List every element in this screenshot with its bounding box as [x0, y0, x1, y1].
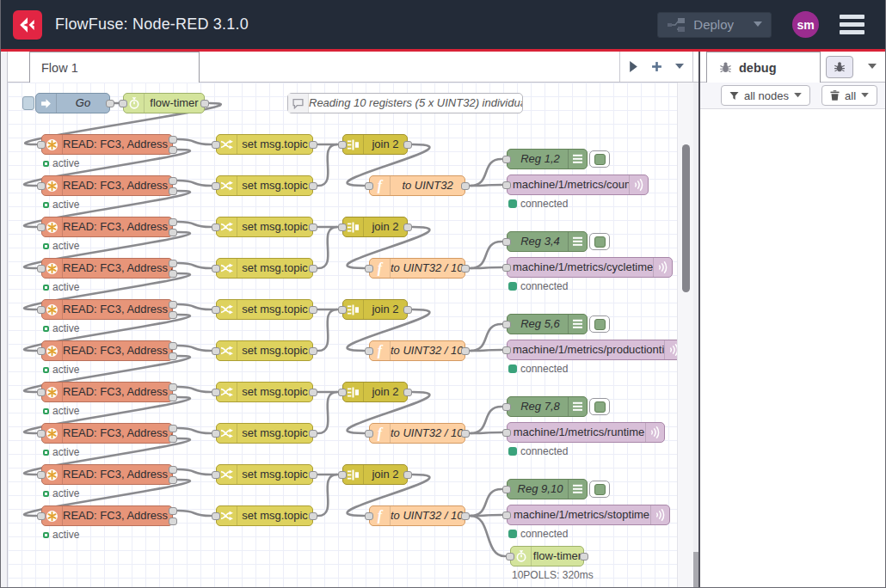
- node-read5[interactable]: READ: FC3, Address 5: [41, 299, 173, 320]
- output-port[interactable]: [309, 430, 317, 438]
- output-port-1[interactable]: [169, 466, 177, 474]
- flow-menu-caret-icon[interactable]: [675, 64, 684, 70]
- node-timer2[interactable]: flow-timer: [510, 546, 584, 567]
- canvas-scrollbar[interactable]: [677, 83, 693, 588]
- node-read7[interactable]: READ: FC3, Address 7: [41, 382, 173, 402]
- node-func2[interactable]: fto UINT32 / 100: [369, 258, 465, 279]
- tab-debug[interactable]: debug: [706, 52, 821, 83]
- output-port-1[interactable]: [169, 260, 177, 267]
- input-port[interactable]: [212, 430, 220, 438]
- input-port[interactable]: [338, 306, 347, 314]
- wire[interactable]: [318, 475, 337, 516]
- wire[interactable]: [318, 227, 337, 268]
- node-change8[interactable]: set msg.topic: [216, 423, 313, 444]
- wire[interactable]: [178, 511, 211, 516]
- output-port-2[interactable]: [169, 146, 177, 154]
- input-port[interactable]: [212, 347, 220, 355]
- output-port[interactable]: [461, 265, 470, 273]
- input-port[interactable]: [212, 389, 220, 396]
- input-port[interactable]: [37, 141, 46, 149]
- node-dbg3[interactable]: Reg 5,6: [507, 314, 588, 334]
- node-read1[interactable]: READ: FC3, Address 1: [41, 134, 173, 155]
- input-port[interactable]: [37, 306, 46, 314]
- input-port[interactable]: [502, 511, 511, 519]
- input-port[interactable]: [37, 347, 46, 355]
- input-port[interactable]: [502, 238, 511, 246]
- debug-toggle-button[interactable]: [589, 315, 610, 333]
- input-port[interactable]: [37, 224, 46, 231]
- node-change7[interactable]: set msg.topic: [216, 382, 313, 402]
- node-read3[interactable]: READ: FC3, Address 3: [41, 217, 173, 237]
- output-port[interactable]: [106, 100, 114, 107]
- deploy-caret-icon[interactable]: [747, 21, 762, 28]
- input-port[interactable]: [338, 141, 347, 149]
- output-port-1[interactable]: [169, 425, 177, 432]
- node-change6[interactable]: set msg.topic: [216, 340, 313, 361]
- input-port[interactable]: [37, 265, 46, 273]
- node-read9[interactable]: READ: FC3, Address 9: [41, 464, 173, 485]
- canvas-scrollbar-thumb[interactable]: [682, 144, 690, 292]
- node-join5[interactable]: join 2: [342, 464, 408, 485]
- output-port[interactable]: [461, 430, 470, 438]
- output-port[interactable]: [403, 471, 412, 479]
- debug-filter-dropdown[interactable]: all nodes: [721, 85, 810, 106]
- output-port-2[interactable]: [169, 435, 177, 443]
- wire[interactable]: [178, 139, 211, 144]
- node-change5[interactable]: set msg.topic: [216, 299, 313, 320]
- output-port[interactable]: [309, 471, 317, 479]
- debug-clear-dropdown[interactable]: all: [821, 85, 877, 106]
- debug-messages-panel[interactable]: [700, 109, 885, 588]
- output-port-2[interactable]: [169, 476, 177, 484]
- output-port-2[interactable]: [169, 518, 177, 525]
- input-port[interactable]: [365, 430, 373, 438]
- input-port[interactable]: [338, 389, 347, 396]
- output-port[interactable]: [461, 512, 470, 520]
- wire[interactable]: [178, 263, 211, 268]
- input-port[interactable]: [506, 553, 514, 560]
- node-mqtt2[interactable]: machine/1/metrics/cycletime: [507, 257, 673, 278]
- node-join4[interactable]: join 2: [342, 382, 408, 402]
- node-dbg1[interactable]: Reg 1,2: [507, 149, 588, 169]
- node-mqtt4[interactable]: machine/1/metrics/runtime: [507, 422, 665, 443]
- output-port[interactable]: [580, 553, 588, 560]
- output-port-2[interactable]: [169, 187, 177, 195]
- output-port-2[interactable]: [169, 229, 177, 236]
- input-port[interactable]: [365, 512, 373, 520]
- output-port[interactable]: [309, 224, 317, 231]
- output-port[interactable]: [403, 224, 412, 231]
- output-port[interactable]: [309, 347, 317, 355]
- input-port[interactable]: [212, 182, 220, 190]
- input-port[interactable]: [502, 429, 511, 437]
- input-port[interactable]: [37, 512, 46, 520]
- input-port[interactable]: [365, 265, 373, 273]
- node-func1[interactable]: fto UINT32: [369, 175, 465, 196]
- output-port[interactable]: [403, 306, 412, 314]
- tab-flow-1[interactable]: Flow 1: [29, 52, 200, 83]
- wire[interactable]: [471, 267, 501, 268]
- input-port[interactable]: [212, 306, 220, 314]
- menu-button[interactable]: [840, 15, 864, 34]
- input-port[interactable]: [502, 403, 511, 411]
- output-port-1[interactable]: [169, 383, 177, 391]
- input-port[interactable]: [37, 430, 46, 438]
- output-port[interactable]: [403, 389, 412, 396]
- node-dbg4[interactable]: Reg 7,8: [507, 396, 588, 417]
- input-port[interactable]: [212, 224, 220, 231]
- input-port[interactable]: [119, 100, 127, 107]
- output-port-1[interactable]: [169, 177, 177, 185]
- debug-toggle-button[interactable]: [589, 233, 610, 250]
- node-func4[interactable]: fto UINT32 / 100: [369, 423, 465, 444]
- wire[interactable]: [178, 304, 211, 309]
- wire[interactable]: [471, 432, 501, 433]
- wire[interactable]: [178, 222, 211, 227]
- input-port[interactable]: [502, 156, 511, 163]
- input-port[interactable]: [212, 265, 220, 273]
- wire[interactable]: [471, 516, 505, 556]
- output-port[interactable]: [461, 347, 470, 355]
- wire[interactable]: [178, 469, 211, 475]
- input-port[interactable]: [502, 181, 511, 189]
- input-port[interactable]: [338, 224, 347, 231]
- output-port-1[interactable]: [169, 218, 177, 226]
- avatar[interactable]: sm: [792, 11, 819, 38]
- output-port[interactable]: [200, 100, 209, 107]
